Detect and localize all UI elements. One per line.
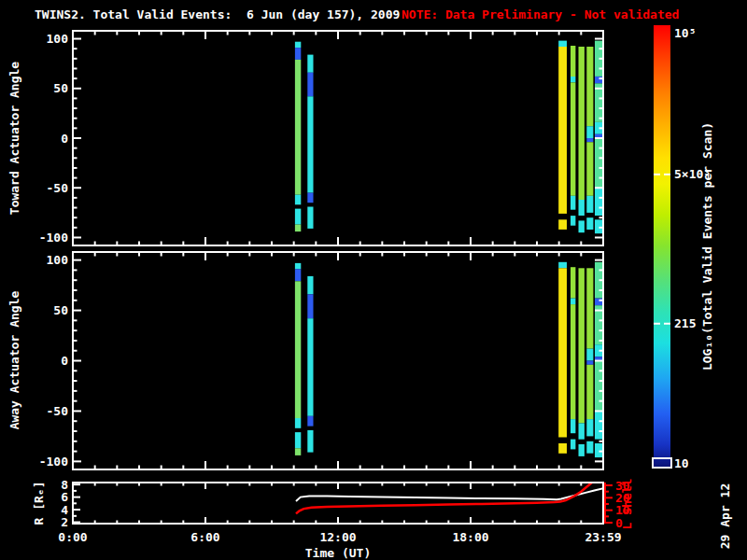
event-stripe-segment	[571, 267, 575, 298]
orbit-panel	[73, 483, 613, 524]
event-stripe-segment	[595, 299, 603, 306]
y-tick-label: -100	[39, 231, 68, 245]
plot-title: TWINS2. Total Valid Events: 6 Jun (day 1…	[35, 7, 400, 21]
r-line	[296, 488, 603, 501]
event-stripe-segment	[558, 262, 567, 269]
event-stripe-segment	[295, 48, 301, 60]
event-stripe-segment	[307, 55, 313, 73]
twins-quicklook-plot: 100500-50-100100500-50-100864230201000:0…	[0, 0, 747, 560]
event-stripe-segment	[558, 268, 567, 437]
event-stripe-segment	[307, 96, 313, 192]
event-stripe-segment	[307, 416, 313, 427]
event-stripe-segment	[307, 294, 313, 318]
colorbar-tick-label: 10	[674, 456, 689, 470]
event-stripe-segment	[571, 82, 575, 195]
event-stripe-segment	[579, 444, 585, 456]
event-stripe-segment	[307, 73, 313, 97]
time-axis-label: Time (UT)	[305, 546, 371, 560]
event-stripe-segment	[307, 276, 313, 294]
plot-canvas: 100500-50-100100500-50-100864230201000:0…	[0, 0, 747, 560]
generated-plot-elements: 100500-50-100100500-50-100864230201000:0…	[39, 25, 711, 544]
event-stripe-segment	[595, 188, 603, 216]
orbit-lines	[296, 483, 603, 514]
colorbar-tick-label: 10⁵	[674, 26, 696, 40]
event-stripe-segment	[586, 126, 593, 138]
y-tick-label: 100	[47, 253, 69, 267]
event-stripe-segment	[295, 418, 301, 428]
event-stripe-segment	[295, 448, 301, 455]
event-stripe-segment	[595, 411, 603, 439]
event-stripe-segment	[586, 196, 593, 213]
event-stripe-segment	[595, 361, 603, 412]
colorbar-label: LOG₁₀(Total Valid Events per Scan)	[700, 122, 714, 371]
time-tick-label: 23:59	[585, 530, 621, 544]
date-stamp: 29 Apr 12	[718, 483, 732, 549]
event-stripe-segment	[579, 423, 585, 439]
event-stripe-segment	[307, 207, 313, 229]
event-stripe-segment	[307, 193, 313, 203]
event-stripe-segment	[571, 216, 575, 226]
event-stripe-segment	[595, 219, 603, 233]
y-tick-label: -50	[47, 404, 69, 418]
event-stripe-segment	[571, 46, 575, 77]
event-stripe-segment	[586, 268, 593, 348]
time-tick-label: 12:00	[319, 530, 356, 544]
event-stripe-segment	[558, 219, 567, 230]
event-stripe-segment	[558, 443, 567, 454]
event-stripe-segment	[579, 47, 585, 200]
event-stripe-segment	[586, 441, 593, 454]
away-panel	[73, 252, 603, 469]
event-stripe-segment	[571, 440, 575, 450]
y-tick-label: -100	[39, 455, 68, 469]
event-stripe-segment	[586, 419, 593, 436]
away-ylabel: Away Actuator Angle	[7, 290, 21, 429]
colorbar	[654, 25, 670, 467]
away-frame	[73, 252, 603, 469]
event-stripe-segment	[579, 220, 585, 232]
event-stripe-segment	[586, 217, 593, 230]
event-stripe-segment	[295, 195, 301, 205]
toward-panel	[73, 31, 603, 245]
event-stripe-segment	[295, 225, 301, 232]
event-stripe-segment	[295, 42, 301, 48]
time-tick-label: 6:00	[190, 530, 219, 544]
event-stripe-segment	[558, 47, 567, 214]
y-tick-label: 50	[53, 303, 68, 317]
event-stripe-segment	[586, 349, 593, 361]
event-stripe-segment	[295, 269, 301, 281]
event-stripe-segment	[558, 41, 567, 47]
event-stripe-segment	[595, 443, 603, 457]
orbit-ylabel: R [Rₑ]	[32, 482, 46, 525]
r-tick-label: 2	[61, 515, 68, 529]
y-tick-label: -50	[47, 181, 69, 195]
y-tick-label: 100	[47, 32, 69, 46]
event-stripe-segment	[586, 142, 593, 196]
event-stripe-segment	[586, 361, 593, 365]
event-stripe-segment	[571, 299, 575, 305]
event-stripe-segment	[586, 138, 593, 142]
event-stripe-segment	[295, 263, 301, 270]
event-stripe-segment	[571, 419, 575, 433]
plot-title-note: NOTE: Data Preliminary - Not validated	[402, 7, 679, 21]
event-stripe-segment	[571, 77, 575, 82]
event-stripe-segment	[586, 365, 593, 419]
event-stripe-segment	[307, 430, 313, 453]
event-stripe-segment	[595, 138, 603, 188]
time-tick-label: 0:00	[58, 530, 87, 544]
colorbar-tick-label: 215	[674, 316, 696, 330]
y-tick-label: 0	[61, 132, 68, 146]
toward-frame	[73, 31, 603, 245]
time-tick-label: 18:00	[452, 530, 488, 544]
event-stripe-segment	[571, 196, 575, 210]
event-stripe-segment	[295, 432, 301, 448]
event-stripe-segment	[579, 268, 585, 423]
event-stripe-segment	[307, 318, 313, 416]
toward-ylabel: Toward Actuator Angle	[7, 62, 21, 216]
y-tick-label: 0	[61, 354, 68, 368]
event-stripe-segment	[295, 281, 301, 418]
y-tick-label: 50	[53, 81, 68, 95]
lshell-axis-label: L Shell	[620, 479, 634, 530]
event-stripe-segment	[579, 200, 585, 216]
event-stripe-segment	[295, 209, 301, 225]
event-stripe-segment	[571, 304, 575, 419]
